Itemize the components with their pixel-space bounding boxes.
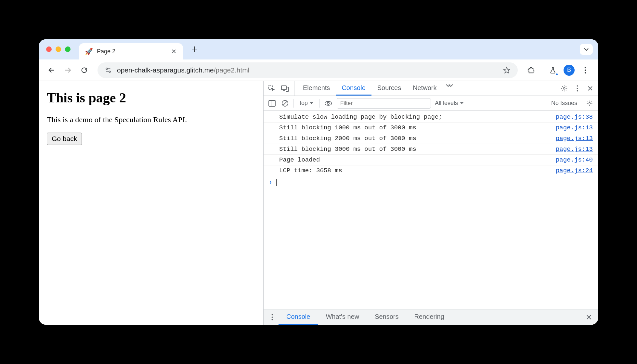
console-source-link[interactable]: page.js:40: [556, 156, 593, 163]
console-levels-button[interactable]: All levels: [435, 100, 464, 107]
back-button[interactable]: [45, 63, 58, 77]
svg-rect-12: [269, 100, 275, 106]
console-filter-input[interactable]: [337, 98, 431, 109]
device-toggle-icon[interactable]: [280, 84, 290, 93]
console-source-link[interactable]: page.js:24: [556, 167, 593, 174]
console-source-link[interactable]: page.js:13: [556, 146, 593, 153]
url-bar[interactable]: open-chalk-asparagus.glitch.me/page2.htm…: [98, 62, 518, 78]
devtools-tab-sources[interactable]: Sources: [371, 81, 407, 96]
console-messages: Simulate slow loading page by blocking p…: [264, 111, 598, 309]
forward-button[interactable]: [61, 63, 75, 77]
prompt-chevron-icon: ›: [269, 179, 272, 186]
devtools-drawer: Console What's new Sensors Rendering: [264, 309, 598, 325]
devtools-kebab-icon[interactable]: [573, 84, 582, 93]
drawer-tab-console[interactable]: Console: [279, 309, 318, 325]
url-text: open-chalk-asparagus.glitch.me/page2.htm…: [117, 66, 498, 74]
console-prompt[interactable]: ›: [264, 176, 598, 188]
devtools-close-icon[interactable]: [586, 84, 595, 93]
tab-favicon: 🚀: [85, 47, 93, 55]
svg-point-3: [585, 69, 586, 71]
console-message: Still blocking 3000 ms out of 3000 ms pa…: [264, 144, 598, 154]
tab-close-button[interactable]: [169, 49, 178, 54]
svg-point-4: [585, 72, 586, 73]
site-info-icon[interactable]: [105, 67, 112, 74]
toolbar-separator: [542, 66, 542, 75]
browser-tab[interactable]: 🚀 Page 2: [79, 43, 183, 59]
svg-point-11: [577, 90, 578, 91]
tabs-overflow-button[interactable]: [580, 44, 593, 55]
devtools-panel: Elements Console Sources Network: [263, 81, 598, 325]
devtools-settings-icon[interactable]: [560, 84, 569, 93]
console-source-link[interactable]: page.js:38: [556, 113, 593, 121]
svg-point-16: [271, 314, 273, 315]
console-issues-button[interactable]: No Issues: [551, 100, 577, 107]
tab-strip: 🚀 Page 2: [39, 39, 598, 59]
devtools-tabbar: Elements Console Sources Network: [264, 81, 598, 96]
console-context-button[interactable]: top: [298, 100, 316, 107]
inspect-element-icon[interactable]: [267, 84, 276, 93]
window-close-button[interactable]: [46, 46, 52, 52]
browser-toolbar: open-chalk-asparagus.glitch.me/page2.htm…: [39, 59, 598, 81]
svg-point-2: [585, 67, 586, 68]
console-source-link[interactable]: page.js:13: [556, 135, 593, 142]
svg-point-18: [271, 319, 273, 320]
svg-point-8: [563, 87, 565, 89]
console-message: Page loaded page.js:40: [264, 154, 598, 165]
live-expression-icon[interactable]: [324, 99, 333, 108]
devtools-more-tabs-icon[interactable]: [445, 81, 454, 90]
drawer-close-icon[interactable]: [584, 315, 594, 320]
drawer-tab-rendering[interactable]: Rendering: [407, 309, 452, 325]
console-source-link[interactable]: page.js:13: [556, 124, 593, 131]
tab-title: Page 2: [97, 48, 165, 55]
content-area: This is page 2 This is a demo of the Spe…: [39, 81, 598, 325]
devtools-tab-elements[interactable]: Elements: [297, 81, 336, 96]
page-paragraph: This is a demo of the Speculation Rules …: [47, 115, 255, 124]
profile-avatar[interactable]: B: [564, 65, 575, 76]
console-settings-icon[interactable]: [585, 99, 594, 108]
console-clear-icon[interactable]: [280, 99, 290, 108]
svg-rect-6: [281, 86, 286, 90]
drawer-tab-whatsnew[interactable]: What's new: [318, 309, 367, 325]
window-minimize-button[interactable]: [56, 46, 61, 52]
devtools-tab-network[interactable]: Network: [407, 81, 442, 96]
svg-point-15: [589, 102, 591, 104]
console-message: Simulate slow loading page by blocking p…: [264, 111, 598, 122]
prompt-cursor: [276, 179, 277, 186]
chrome-menu-icon[interactable]: [578, 63, 592, 77]
svg-point-9: [577, 85, 578, 86]
console-message: Still blocking 2000 ms out of 3000 ms pa…: [264, 133, 598, 144]
page-heading: This is page 2: [47, 90, 255, 106]
go-back-button[interactable]: Go back: [47, 133, 82, 145]
console-message: LCP time: 3658 ms page.js:24: [264, 165, 598, 176]
window-controls: [46, 46, 71, 52]
console-sidebar-toggle-icon[interactable]: [267, 99, 277, 108]
svg-point-0: [106, 68, 108, 70]
svg-point-17: [271, 317, 273, 318]
devtools-tab-console[interactable]: Console: [336, 81, 371, 96]
console-message: Still blocking 1000 ms out of 3000 ms pa…: [264, 122, 598, 133]
extensions-icon[interactable]: [524, 63, 538, 77]
labs-icon[interactable]: [546, 63, 560, 77]
drawer-tab-sensors[interactable]: Sensors: [367, 309, 406, 325]
new-tab-button[interactable]: [189, 46, 200, 52]
drawer-kebab-icon[interactable]: [267, 313, 277, 322]
svg-point-1: [109, 71, 110, 72]
svg-point-10: [577, 88, 578, 89]
window-maximize-button[interactable]: [65, 46, 71, 52]
console-toolbar: top All levels No Issues: [264, 96, 598, 111]
svg-point-14: [327, 102, 329, 104]
browser-window: 🚀 Page 2: [39, 39, 598, 325]
page-pane: This is page 2 This is a demo of the Spe…: [39, 81, 263, 325]
reload-button[interactable]: [77, 63, 91, 77]
bookmark-star-icon[interactable]: [503, 66, 511, 74]
